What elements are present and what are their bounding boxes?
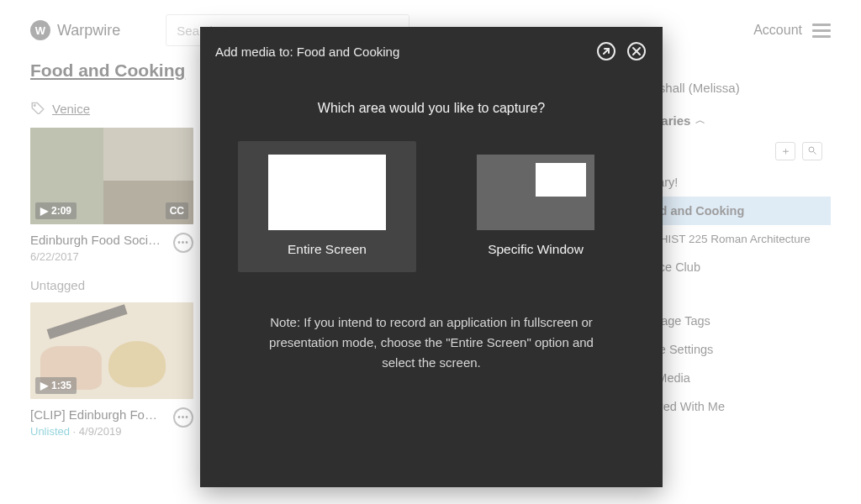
modal-title: Add media to: Food and Cooking	[215, 45, 587, 59]
close-button[interactable]	[626, 40, 647, 62]
modal-prompt: Which area would you like to capture?	[200, 101, 663, 116]
entire-screen-preview	[268, 155, 386, 230]
open-external-icon	[596, 41, 616, 61]
option-specific-window[interactable]: Specific Window	[446, 141, 625, 272]
option-entire-screen[interactable]: Entire Screen	[238, 141, 416, 272]
modal-header: Add media to: Food and Cooking	[200, 27, 663, 74]
modal-note: Note: If you intend to record an applica…	[255, 312, 608, 373]
close-icon	[626, 41, 647, 61]
option-label: Entire Screen	[238, 242, 416, 257]
open-external-button[interactable]	[595, 40, 617, 62]
option-label: Specific Window	[446, 242, 625, 257]
specific-window-preview	[477, 155, 594, 230]
capture-modal: Add media to: Food and Cooking Which are…	[200, 27, 663, 487]
